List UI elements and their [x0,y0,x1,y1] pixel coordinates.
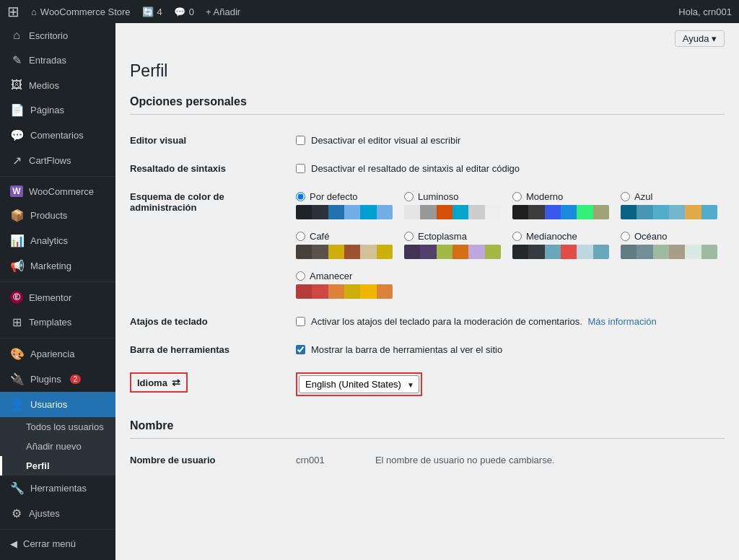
sidebar-item-cartflows[interactable]: ↗ CartFlows [0,148,115,173]
comentarios-icon: 💬 [10,128,25,142]
plugins-icon: 🔌 [10,372,25,386]
nombre-usuario-row: Nombre de usuario crn001 El nombre de us… [130,446,725,474]
barra-herramientas-row: Barra de herramientas Mostrar la barra d… [130,336,725,364]
paginas-icon: 📄 [10,103,25,117]
color-scheme-azul-radio[interactable] [621,192,630,201]
color-scheme-ectoplasma-radio[interactable] [404,232,414,241]
sidebar-item-herramientas[interactable]: 🔧 Herramientas [0,476,115,501]
cartflows-icon: ↗ [10,154,23,167]
submenu-anadir-nuevo[interactable]: Añadir nuevo [0,437,115,456]
escritorio-icon: ⌂ [10,29,23,42]
color-scheme-luminoso-radio[interactable] [404,192,414,201]
sidebar-item-comentarios[interactable]: 💬 Comentarios [0,123,115,148]
color-scheme-defecto[interactable]: Por defecto [296,191,393,219]
sidebar-item-label: Ajustes [29,508,60,519]
sidebar-item-marketing[interactable]: 📢 Marketing [0,253,115,279]
resaltado-sintaxis-checkbox[interactable] [296,164,305,173]
color-scheme-medianoche-radio[interactable] [512,232,522,241]
atajos-mas-info-link[interactable]: Más información [587,316,656,327]
woocommerce-icon: W [10,185,23,197]
sidebar-item-paginas[interactable]: 📄 Páginas [0,97,115,123]
sidebar-item-label: Medios [29,80,59,91]
idioma-row: Idioma ⇄ English (United States) [130,364,725,405]
atajos-checkbox-row: Activar los atajos del teclado para la m… [296,316,717,327]
color-scheme-ectoplasma[interactable]: Ectoplasma [404,231,501,259]
color-scheme-oceano[interactable]: Océano [621,231,717,259]
color-scheme-defecto-label: Por defecto [310,191,358,202]
marketing-icon: 📢 [10,259,25,273]
sidebar-item-products[interactable]: 📦 Products [0,203,115,228]
apariencia-icon: 🎨 [10,347,25,361]
resaltado-sintaxis-label: Resaltado de sintaxis [130,154,289,183]
color-scheme-medianoche[interactable]: Medianoche [512,231,609,259]
templates-icon: ⊞ [10,315,23,329]
sidebar-item-label: Entradas [29,55,66,66]
color-scheme-azul[interactable]: Azul [621,191,717,219]
site-name[interactable]: ⌂ WooCommerce Store [31,6,131,17]
color-scheme-label: Esquema de color de administración [130,183,289,307]
color-swatch-ectoplasma [404,245,501,259]
color-scheme-oceano-radio[interactable] [621,232,630,241]
nombre-usuario-note: El nombre de usuario no puede cambiarse. [368,446,725,474]
sidebar-item-label: Marketing [30,261,71,271]
color-swatch-oceano [621,245,717,259]
color-scheme-luminoso-label: Luminoso [418,191,458,202]
sidebar-item-label: Comentarios [30,130,84,141]
barra-herramientas-checkbox[interactable] [296,345,305,354]
sidebar-item-label: Analytics [30,235,68,246]
color-scheme-defecto-radio[interactable] [296,192,305,201]
sidebar-item-label: Elementor [29,292,71,303]
sidebar-item-label: Usuarios [30,399,67,410]
updates-item[interactable]: 🔄 4 [142,6,162,17]
sidebar-item-templates[interactable]: ⊞ Templates [0,310,115,335]
sidebar-item-usuarios[interactable]: 👤 Usuarios [0,392,115,417]
opciones-personales-title: Opciones personales [130,95,725,115]
sidebar-separator-bottom [0,529,115,530]
color-scheme-luminoso[interactable]: Luminoso [404,191,501,219]
sidebar-item-apariencia[interactable]: 🎨 Apariencia [0,341,115,367]
main-layout: ⌂ Escritorio ✎ Entradas 🖼 Medios 📄 Págin… [0,23,739,560]
sidebar-item-label: Plugins [30,374,61,385]
submenu-perfil[interactable]: Perfil [0,456,115,476]
color-scheme-amanecer-radio[interactable] [296,271,305,281]
nombre-usuario-label: Nombre de usuario [130,446,289,474]
color-scheme-cafe-radio[interactable] [296,232,305,241]
updates-icon: 🔄 [142,6,154,17]
idioma-select-highlight: English (United States) [296,372,422,396]
home-icon: ⌂ [31,6,37,17]
atajos-teclado-checkbox[interactable] [296,317,305,326]
entradas-icon: ✎ [10,53,23,67]
medios-icon: 🖼 [10,79,23,92]
main-header: Ayuda ▾ [115,23,739,47]
color-scheme-cafe[interactable]: Café [296,231,393,259]
main-content: Perfil Opciones personales Editor visual… [115,47,739,489]
sidebar-item-medios[interactable]: 🖼 Medios [0,73,115,97]
sidebar-item-analytics[interactable]: 📊 Analytics [0,228,115,253]
help-button[interactable]: Ayuda ▾ [675,30,725,47]
idioma-label: Idioma [137,377,167,388]
plugins-badge: 2 [70,375,82,384]
color-scheme-moderno[interactable]: Moderno [512,191,609,219]
color-scheme-moderno-radio[interactable] [512,192,522,201]
submenu-todos-usuarios[interactable]: Todos los usuarios [0,417,115,437]
sidebar-item-ajustes[interactable]: ⚙ Ajustes [0,501,115,526]
close-menu-button[interactable]: ◀ Cerrar menú [0,533,115,555]
sidebar-item-entradas[interactable]: ✎ Entradas [0,48,115,73]
color-swatch-cafe [296,245,393,259]
color-scheme-amanecer[interactable]: Amanecer [296,271,393,299]
idioma-select[interactable]: English (United States) [299,376,419,393]
editor-visual-checkbox[interactable] [296,136,305,145]
usuarios-icon: 👤 [10,398,25,411]
sidebar-item-elementor[interactable]: Ⓔ Elementor [0,285,115,310]
editor-visual-checkbox-row: Desactivar el editor visual al escribir [296,135,717,146]
wp-logo-icon[interactable]: ⊞ [7,3,19,20]
sidebar-item-plugins[interactable]: 🔌 Plugins 2 [0,367,115,392]
editor-visual-row: Editor visual Desactivar el editor visua… [130,126,725,154]
color-swatch-medianoche [512,245,609,259]
add-new-item[interactable]: + Añadir [206,6,240,17]
analytics-icon: 📊 [10,234,25,248]
sidebar-item-woocommerce[interactable]: W WooCommerce [0,180,115,203]
sidebar-item-escritorio[interactable]: ⌂ Escritorio [0,23,115,48]
comments-item[interactable]: 💬 0 [174,6,194,17]
comments-icon: 💬 [174,6,185,17]
